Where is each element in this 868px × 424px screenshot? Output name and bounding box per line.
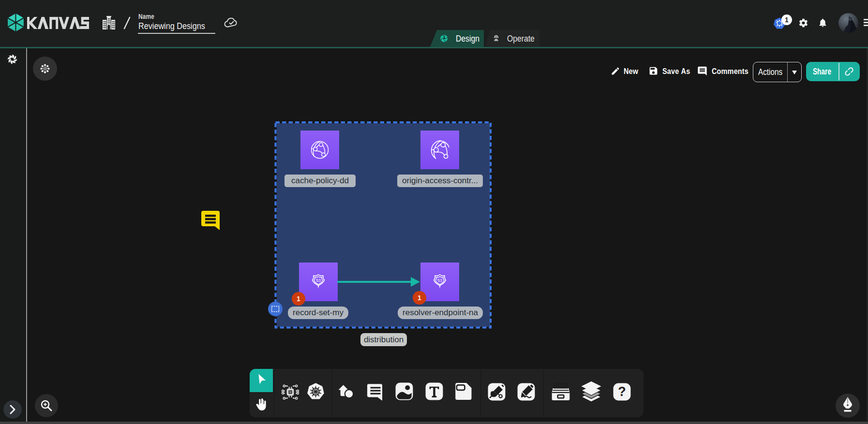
svg-text:?: ? [618,384,626,399]
svg-text:53: 53 [437,278,442,283]
svg-text:53: 53 [316,278,321,283]
